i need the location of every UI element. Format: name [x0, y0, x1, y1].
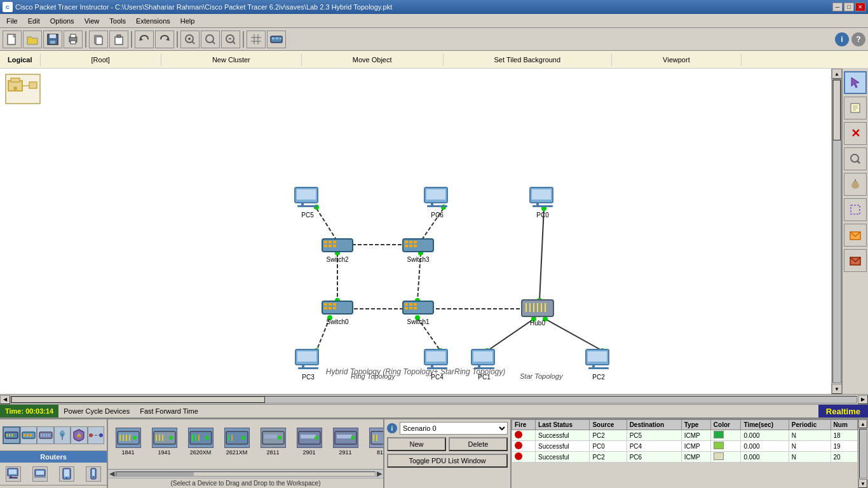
subtype-phone[interactable] [86, 466, 101, 482]
device-2621xm[interactable]: 2621XM [219, 426, 254, 457]
svg-rect-143 [851, 205, 860, 214]
open-button[interactable] [23, 30, 42, 48]
scroll-thumb[interactable] [833, 80, 841, 140]
node-pc5[interactable]: PC5 [294, 186, 322, 219]
delete-tool-button[interactable]: ✕ [844, 122, 867, 145]
pdu-num-2: 20 [831, 452, 857, 463]
pdu-scroll-up[interactable]: ▲ [858, 419, 867, 428]
device-819[interactable]: 819 [364, 426, 383, 457]
h-scroll-thumb[interactable] [11, 396, 265, 403]
tab-new-cluster[interactable]: New Cluster [161, 53, 302, 66]
node-hub0[interactable]: Hub0 [521, 298, 554, 327]
power-cycle-button[interactable]: Power Cycle Devices [58, 406, 135, 416]
fast-forward-button[interactable]: Fast Forward Time [135, 406, 203, 416]
node-switch3[interactable]: Switch3 [402, 236, 434, 263]
subtype-laptop[interactable] [32, 466, 48, 482]
minimize-button[interactable]: ─ [832, 3, 843, 11]
custom-cable-button[interactable] [267, 30, 286, 48]
menu-extensions[interactable]: Extensions [131, 16, 175, 26]
print-button[interactable] [64, 30, 83, 48]
scroll-track[interactable] [832, 79, 841, 383]
device-1941[interactable]: 1941 [147, 426, 182, 457]
zoom-tool-button[interactable] [844, 147, 867, 170]
pdu-scroll-track[interactable] [859, 429, 867, 478]
device-2901[interactable]: 2901 [292, 426, 327, 457]
scroll-down-button[interactable]: ▼ [832, 384, 842, 394]
pdu-row-0[interactable]: Successful PC2 PC5 ICMP 0.000 N 18 [512, 430, 858, 441]
node-switch1[interactable]: Switch1 [402, 298, 434, 325]
pdu-scroll-down[interactable]: ▼ [858, 479, 867, 488]
device-2811[interactable]: 2811 [255, 426, 290, 457]
tab-root[interactable]: [Root] [41, 53, 161, 66]
node-switch0[interactable]: Switch0 [322, 298, 353, 325]
h-scroll-track[interactable] [11, 396, 857, 403]
save-button[interactable] [43, 30, 62, 48]
device-scroll-area[interactable]: 1841 1941 [108, 419, 383, 469]
info-button[interactable]: i [835, 32, 849, 46]
help-button[interactable]: ? [851, 32, 865, 46]
tab-set-tiled-bg[interactable]: Set Tiled Background [444, 53, 613, 66]
maximize-button[interactable]: □ [844, 3, 854, 11]
workspace[interactable]: PC5 PC6 [0, 69, 831, 394]
device-scroll-track[interactable] [116, 471, 376, 477]
scenario-info-button[interactable]: i [387, 423, 397, 433]
tab-move-object[interactable]: Move Object [302, 53, 444, 66]
select-tool-button[interactable] [844, 71, 867, 94]
scroll-right-button[interactable]: ▶ [858, 395, 868, 404]
node-pc0[interactable]: PC0 [529, 186, 557, 219]
new-button[interactable] [3, 30, 22, 48]
category-security[interactable]: 🔒 [71, 426, 87, 444]
menu-options[interactable]: Options [45, 16, 79, 26]
node-switch2[interactable]: Switch2 [322, 236, 353, 263]
paste-button[interactable] [109, 30, 128, 48]
subtype-tablet[interactable] [59, 466, 74, 482]
tab-viewport[interactable]: Viewport [612, 53, 742, 66]
category-connections[interactable] [88, 426, 104, 444]
zoom-out-button[interactable] [221, 30, 240, 48]
menu-view[interactable]: View [79, 16, 105, 26]
pdu-simple-button[interactable] [844, 224, 867, 247]
device-scroll-left[interactable]: ◀ [109, 470, 114, 478]
undo-button[interactable] [135, 30, 154, 48]
menu-tools[interactable]: Tools [104, 16, 131, 26]
menu-help[interactable]: Help [175, 16, 200, 26]
redo-button[interactable] [155, 30, 174, 48]
node-pc6[interactable]: PC6 [423, 186, 451, 219]
device-scroll-thumb[interactable] [116, 472, 194, 476]
category-routers[interactable] [3, 426, 20, 444]
vertical-scrollbar[interactable]: ▲ ▼ [831, 69, 841, 394]
scroll-left-button[interactable]: ◀ [0, 395, 10, 404]
pdu-complex-button[interactable] [844, 249, 867, 272]
pdu-row-2[interactable]: Successful PC2 PC6 ICMP 0.000 N 20 [512, 452, 858, 463]
copy-button[interactable] [89, 30, 108, 48]
device-2911[interactable]: 2911 [328, 426, 363, 457]
delete-scenario-button[interactable]: Delete [449, 437, 508, 451]
select-area-button[interactable] [844, 198, 867, 221]
category-wireless[interactable] [54, 426, 71, 444]
zoom-in-button[interactable] [180, 30, 200, 48]
grid-button[interactable] [247, 30, 266, 48]
pdu-row-1[interactable]: Successful PC0 PC4 ICMP 0.000 N 19 [512, 441, 858, 452]
paint-tool-button[interactable] [844, 173, 867, 196]
col-time: Time(sec) [741, 420, 789, 430]
menu-edit[interactable]: Edit [23, 16, 45, 26]
scenario-select[interactable]: Scenario 0 [400, 422, 508, 435]
device-2621xm-label: 2621XM [226, 449, 248, 456]
note-tool-button[interactable] [844, 97, 867, 119]
cluster-icon[interactable] [5, 74, 41, 104]
scroll-up-button[interactable]: ▲ [832, 69, 842, 79]
svg-point-205 [351, 436, 355, 440]
close-button[interactable]: ✕ [855, 3, 865, 11]
category-hubs[interactable] [37, 426, 53, 444]
device-2620xm[interactable]: 2620XM [183, 426, 218, 457]
device-1841[interactable]: 1841 [111, 426, 146, 457]
category-switches[interactable] [20, 426, 37, 444]
new-scenario-button[interactable]: New [387, 437, 446, 451]
device-scroll-right[interactable]: ▶ [377, 470, 382, 478]
find-button[interactable] [201, 30, 220, 48]
toggle-pdu-button[interactable]: Toggle PDU List Window [387, 454, 508, 468]
device-1841-label: 1841 [121, 449, 134, 456]
subtype-pc[interactable] [6, 466, 21, 482]
svg-rect-2 [50, 34, 56, 38]
menu-file[interactable]: File [1, 16, 23, 26]
